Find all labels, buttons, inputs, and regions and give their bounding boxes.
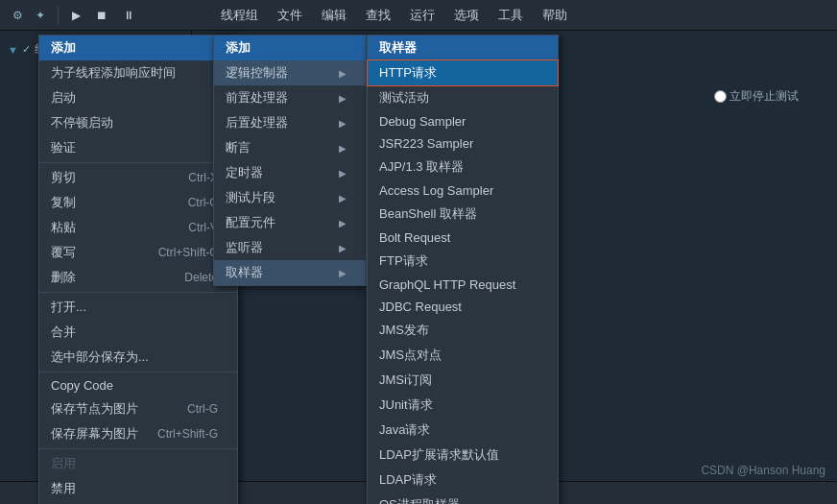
menu-item-ldap-ext-defaults[interactable]: LDAP扩展请求默认值 xyxy=(368,443,558,468)
menu-item-beanshell-sampler[interactable]: BeanShell 取样器 xyxy=(368,202,558,227)
check-icon: ✓ xyxy=(22,43,31,56)
stop-test-radio[interactable] xyxy=(714,90,727,103)
menu-item-test-activity[interactable]: 测试活动 xyxy=(368,85,558,110)
context-menu-level3: 取样器 HTTP请求 测试活动 Debug Sampler JSR223 Sam… xyxy=(367,35,559,504)
menu-header-add2: 添加 xyxy=(214,36,366,60)
menu-item-jmsi-subscribe[interactable]: JMSi订阅 xyxy=(368,368,558,393)
menu-header-add: 添加 xyxy=(39,36,237,60)
divider-2 xyxy=(39,292,237,293)
expand-icon: ▼ xyxy=(8,44,18,56)
run-stop-controls: 立即停止测试 xyxy=(714,88,799,105)
menu-item-cut[interactable]: 剪切 Ctrl-X xyxy=(39,165,237,190)
run-btn[interactable]: ▶ xyxy=(66,7,86,24)
menu-item-access-log-sampler[interactable]: Access Log Sampler xyxy=(368,180,558,202)
menu-item-threads[interactable]: 线程组 xyxy=(211,1,268,30)
menu-item-listener[interactable]: 监听器 ▶ xyxy=(214,235,366,260)
menu-item-os-sampler[interactable]: OS进程取样器 xyxy=(368,492,558,504)
menu-item-open[interactable]: 打开... xyxy=(39,295,237,320)
menu-item-merge[interactable]: 合并 xyxy=(39,320,237,345)
menu-item-timer[interactable]: 定时器 ▶ xyxy=(214,160,366,185)
menu-item-run[interactable]: 运行 xyxy=(400,1,444,30)
menu-item-overwrite[interactable]: 覆写 Ctrl+Shift-C xyxy=(39,240,237,265)
menu-item-verify[interactable]: 验证 xyxy=(39,135,237,160)
menu-item-find[interactable]: 查找 xyxy=(356,1,400,30)
menu-item-logic-ctrl[interactable]: 逻辑控制器 ▶ xyxy=(214,60,366,85)
menu-item-copy-code[interactable]: Copy Code xyxy=(39,374,237,396)
menu-item-options[interactable]: 选项 xyxy=(444,1,489,30)
pause-btn[interactable]: ⏸ xyxy=(117,7,140,24)
menu-item-file[interactable]: 文件 xyxy=(268,1,312,30)
menu-item-java-request[interactable]: Java请求 xyxy=(368,418,558,443)
divider-3 xyxy=(39,372,237,372)
divider-4 xyxy=(39,448,237,449)
menu-item-ftp-request[interactable]: FTP请求 xyxy=(368,249,558,274)
menu-item-bolt-request[interactable]: Bolt Request xyxy=(368,227,558,249)
menu-item-jdbc-request[interactable]: JDBC Request xyxy=(368,296,558,318)
menu-item-start-no-pause[interactable]: 不停顿启动 xyxy=(39,110,237,135)
menu-item-save-screen[interactable]: 保存屏幕为图片 Ctrl+Shift-G xyxy=(39,421,237,446)
gear-icon: ✦ xyxy=(31,6,50,25)
menu-item-junit-request[interactable]: JUnit请求 xyxy=(368,393,558,418)
menu-item-start[interactable]: 启动 xyxy=(39,85,237,110)
menu-item-help[interactable]: 帮助 xyxy=(533,1,577,30)
stop-test-label: 立即停止测试 xyxy=(714,88,799,105)
settings-icon[interactable]: ⚙ xyxy=(8,6,27,25)
menu-item-jms-publish[interactable]: JMS发布 xyxy=(368,318,558,343)
menu-item-post-processor[interactable]: 后置处理器 ▶ xyxy=(214,110,366,135)
menu-item-delete[interactable]: 删除 Delete xyxy=(39,265,237,290)
menu-item-config-elem[interactable]: 配置元件 ▶ xyxy=(214,210,366,235)
menu-item-edit[interactable]: 编辑 xyxy=(312,1,356,30)
menu-item-jms-p2p[interactable]: JMS点对点 xyxy=(368,343,558,368)
menu-item-ajp-sampler[interactable]: AJP/1.3 取样器 xyxy=(368,155,558,180)
menu-item-debug-sampler[interactable]: Debug Sampler xyxy=(368,110,558,132)
stop-btn[interactable]: ⏹ xyxy=(90,7,113,24)
menu-item-save-partial[interactable]: 选中部分保存为... xyxy=(39,345,237,370)
menu-item-paste[interactable]: 粘贴 Ctrl-V xyxy=(39,215,237,240)
menu-item-save-node[interactable]: 保存节点为图片 Ctrl-G xyxy=(39,396,237,421)
menu-header-sampler: 取样器 xyxy=(368,36,558,60)
menu-item-sampler[interactable]: 取样器 ▶ xyxy=(214,260,366,285)
menu-item-test-fragment[interactable]: 测试片段 ▶ xyxy=(214,185,366,210)
menu-item-pre-processor[interactable]: 前置处理器 ▶ xyxy=(214,85,366,110)
csdn-label: CSDN @Hanson Huang xyxy=(701,464,825,477)
menu-item-copy[interactable]: 复制 Ctrl-C xyxy=(39,190,237,215)
menu-item-graphql-request[interactable]: GraphQL HTTP Request xyxy=(368,274,558,296)
menu-item-assert[interactable]: 断言 ▶ xyxy=(214,135,366,160)
menu-item-enable: 启用 xyxy=(39,451,237,476)
menu-item-http-request[interactable]: HTTP请求 xyxy=(368,60,558,85)
menu-item-add-subthread[interactable]: 为子线程添加响应时间 xyxy=(39,60,237,85)
context-menu-level1: 添加 为子线程添加响应时间 启动 不停顿启动 验证 剪切 Ctrl-X 复制 C… xyxy=(38,35,238,504)
menu-item-jsr223-sampler[interactable]: JSR223 Sampler xyxy=(368,132,558,155)
menu-item-tools[interactable]: 工具 xyxy=(489,1,533,30)
menubar: 线程组 文件 编辑 查找 运行 选项 工具 帮助 xyxy=(211,0,837,31)
menu-item-disable[interactable]: 禁用 xyxy=(39,476,237,501)
context-menu-level2: 添加 逻辑控制器 ▶ 前置处理器 ▶ 后置处理器 ▶ 断言 ▶ 定时器 ▶ 测试… xyxy=(213,35,367,286)
divider-1 xyxy=(39,162,237,163)
menu-item-ldap-request[interactable]: LDAP请求 xyxy=(368,468,558,492)
